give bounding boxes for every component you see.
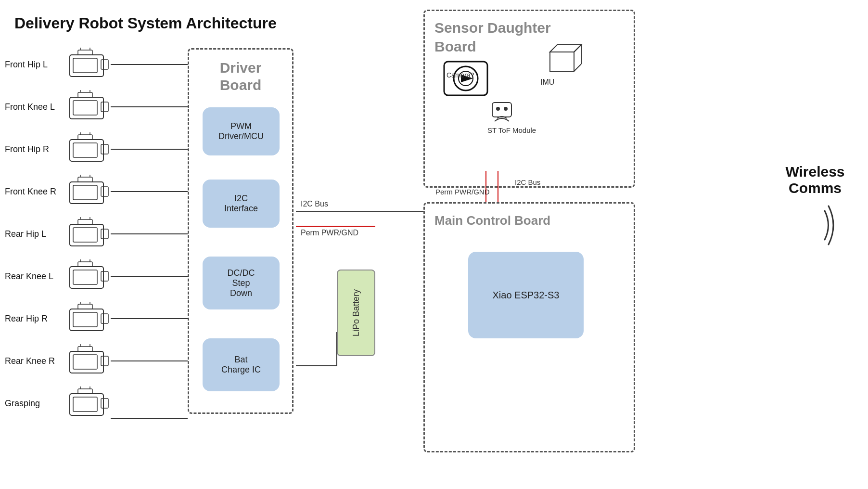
sensor-board-box: Sensor DaughterBoard Camera? [423,10,635,188]
driver-board-box: DriverBoard PWM Driver/MCU I2C Interface… [188,48,294,414]
svg-rect-37 [73,312,97,327]
svg-rect-26 [101,229,108,239]
sensor-board-title: Sensor DaughterBoard [434,18,551,56]
servo-label-rear-hip-r: Rear Hip R [5,314,67,324]
lipo-label: LiPo Battery [351,289,361,336]
driver-board-title: DriverBoard [189,59,292,94]
servo-item-rear-knee-r: Rear Knee R [5,340,111,382]
svg-rect-49 [73,397,97,412]
pwm-driver-component: PWM Driver/MCU [203,107,280,155]
svg-rect-39 [78,304,92,309]
servo-icon-front-hip-l [67,48,111,81]
dcdc-label: DC/DC Step Down [228,268,255,298]
pwm-driver-label: PWM Driver/MCU [218,121,264,142]
esp32-label: Xiao ESP32-S3 [493,290,560,301]
imu-icon [540,40,588,78]
servo-label-rear-hip-l: Rear Hip L [5,229,67,239]
svg-rect-20 [101,187,108,196]
svg-rect-51 [78,389,92,394]
svg-text:Camera?: Camera? [447,71,474,79]
svg-rect-45 [78,347,92,351]
svg-rect-19 [73,185,97,200]
i2c-bus-label-sensor: I2C Bus [515,178,540,186]
svg-rect-13 [73,143,97,157]
svg-line-77 [574,45,581,52]
wireless-comms-title: Wireless Comms [777,164,854,249]
svg-point-82 [496,107,500,111]
wireless-label: Wireless Comms [785,164,844,196]
servo-label-front-knee-r: Front Knee R [5,187,67,197]
svg-rect-33 [78,262,92,267]
lipo-battery: LiPo Battery [337,270,375,356]
servo-icon-rear-hip-r [67,302,111,335]
svg-rect-8 [101,102,108,112]
imu-label: IMU [540,78,588,87]
svg-rect-1 [73,58,97,73]
page-title: Delivery Robot System Architecture [14,14,277,32]
svg-rect-15 [78,135,92,140]
tof-label: ST ToF Module [487,126,536,134]
wireless-signal-icon [796,201,834,249]
svg-rect-50 [101,399,108,408]
camera-icon: Camera? [434,54,497,107]
svg-rect-21 [78,177,92,182]
svg-rect-81 [492,103,511,117]
servo-item-rear-hip-l: Rear Hip L [5,213,111,255]
servo-item-front-knee-l: Front Knee L [5,86,111,128]
servo-item-rear-knee-l: Rear Knee L [5,255,111,297]
svg-point-83 [504,107,508,111]
servo-icon-rear-hip-l [67,217,111,251]
svg-rect-43 [73,355,97,369]
servo-icon-rear-knee-r [67,344,111,378]
svg-line-79 [574,64,581,71]
robot-face-icon [487,100,516,124]
i2c-interface-component: I2C Interface [203,180,280,228]
servo-label-front-hip-l: Front Hip L [5,60,67,70]
servo-item-grasping: Grasping [5,382,111,425]
svg-rect-2 [101,60,108,69]
servo-label-rear-knee-r: Rear Knee R [5,356,67,366]
servo-group: Front Hip L Front Knee L [5,43,111,425]
svg-rect-14 [101,144,108,154]
svg-marker-76 [550,45,581,52]
svg-rect-75 [550,52,574,71]
servo-label-rear-knee-l: Rear Knee L [5,271,67,282]
servo-label-front-hip-r: Front Hip R [5,144,67,154]
svg-rect-7 [73,101,97,115]
svg-rect-25 [73,228,97,242]
esp32-component: Xiao ESP32-S3 [468,252,584,338]
tof-area: ST ToF Module [487,100,536,134]
servo-item-front-knee-r: Front Knee R [5,170,111,213]
servo-label-grasping: Grasping [5,399,67,409]
svg-rect-44 [101,356,108,366]
diagram-container: Delivery Robot System Architecture Front… [0,0,868,489]
servo-label-front-knee-l: Front Knee L [5,102,67,112]
i2c-bus-label: I2C Bus [301,200,328,208]
svg-rect-27 [78,219,92,224]
dcdc-component: DC/DC Step Down [203,257,280,309]
servo-item-front-hip-r: Front Hip R [5,128,111,170]
svg-rect-31 [73,270,97,284]
svg-rect-32 [101,271,108,281]
svg-rect-3 [78,50,92,55]
servo-icon-grasping [67,386,111,420]
servo-icon-front-knee-r [67,175,111,208]
bat-charge-component: Bat Charge IC [203,338,280,391]
main-board-title: Main Control Board [434,213,550,228]
servo-item-rear-hip-r: Rear Hip R [5,297,111,340]
servo-icon-rear-knee-l [67,259,111,293]
bat-charge-label: Bat Charge IC [221,355,261,375]
servo-icon-front-hip-r [67,132,111,166]
perm-pwr-label: Perm PWR/GND [301,229,358,237]
i2c-interface-label: I2C Interface [224,193,258,214]
servo-icon-front-knee-l [67,90,111,124]
main-board-box: Main Control Board Xiao ESP32-S3 [423,202,635,452]
servo-item-front-hip-l: Front Hip L [5,43,111,86]
svg-rect-9 [78,92,92,97]
imu-area: IMU [540,40,588,87]
perm-pwr-label-sensor: Perm PWR/GND [435,188,490,196]
svg-rect-38 [101,314,108,323]
